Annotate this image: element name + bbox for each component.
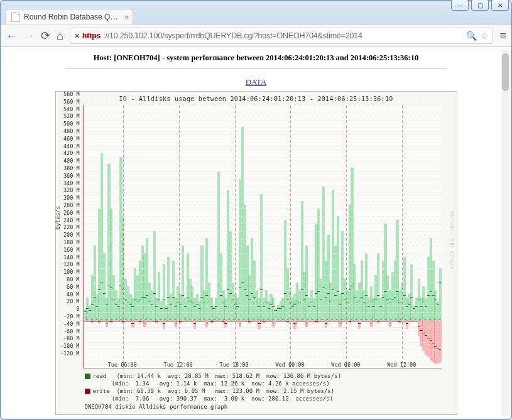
back-button[interactable]: ← xyxy=(6,30,17,43)
home-button[interactable]: ⌂ xyxy=(57,30,63,43)
tab-close-icon[interactable]: × xyxy=(124,13,129,22)
scrollbar[interactable] xyxy=(501,50,509,416)
y-axis: 580 M560 M540 M520 M500 M480 M460 M440 M… xyxy=(58,94,82,384)
page-title: Host: [ONEOH704] - system performance be… xyxy=(15,53,497,63)
chart-legend: read (min: 14.44 k avg: 28.85 M max: 518… xyxy=(58,369,454,411)
url-scheme: https xyxy=(82,31,101,40)
x-axis: Tue 06:00Tue 12:00Tue 18:00Wed 00:00Wed … xyxy=(84,362,442,369)
y-axis-label: bytes/s xyxy=(55,206,61,230)
reload-button[interactable]: ⟳ xyxy=(41,29,50,43)
search-icon[interactable]: 🔍 xyxy=(466,31,477,41)
page-viewport: Host: [ONEOH704] - system performance be… xyxy=(1,47,511,419)
rrd-chart: IO - Alldisks usage between 2014:06:24:0… xyxy=(55,91,457,415)
forward-button[interactable]: → xyxy=(23,30,35,43)
browser-toolbar: ← → ⟳ ⌂ ✕ https ://10.250.102.100/sysper… xyxy=(1,24,511,47)
tab-title: Round Robin Database Q… xyxy=(24,13,117,21)
menu-button[interactable]: ≡ xyxy=(499,30,506,43)
divider xyxy=(65,68,447,68)
address-bar[interactable]: ✕ https ://10.250.102.100/sysperf/rrdbQU… xyxy=(70,28,494,44)
plot-area xyxy=(84,105,442,369)
chart-title: IO - Alldisks usage between 2014:06:24:0… xyxy=(58,94,454,105)
page-favicon-icon xyxy=(11,12,20,22)
url-text: ://10.250.102.100/sysperf/rrdbQUERYDB.cg… xyxy=(103,31,362,40)
rrdtool-watermark: RRDTOOL / TOBI OETIKER xyxy=(448,98,454,383)
browser-tab[interactable]: Round Robin Database Q… × xyxy=(6,9,133,24)
bookmark-star-icon[interactable]: ☆ xyxy=(481,31,489,41)
scrollbar-thumb[interactable] xyxy=(502,53,509,91)
https-warning-icon: ✕ xyxy=(74,32,80,40)
data-link[interactable]: DATA xyxy=(246,77,267,87)
